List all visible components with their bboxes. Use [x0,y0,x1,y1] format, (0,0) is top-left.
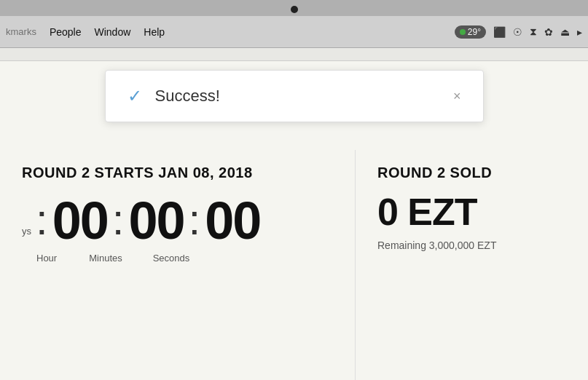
display-icon: ⬛ [493,26,506,38]
bluetooth-icon: ✿ [544,26,553,38]
success-message: Success! [155,87,220,106]
hour-label: Hour [36,253,73,264]
time-icon: ⧗ [530,25,537,38]
minutes-label: Minutes [73,253,138,264]
temp-dot [460,29,466,35]
sold-label: ROUND 2 SOLD [377,165,566,181]
seconds-display: 00 [205,194,260,247]
minutes-display: 00 [128,194,184,247]
page-content: ROUND 2 starts JAN 08, 2018 ys : 00 : 00… [0,150,588,380]
left-section: ROUND 2 starts JAN 08, 2018 ys : 00 : 00… [0,150,355,380]
sold-amount: 0 EZT [377,190,566,234]
temperature-badge: 29° [455,25,486,39]
menubar: kmarks People Window Help 29° ⬛ ☉ ⧗ ✿ ⏏ … [0,16,588,48]
eject-icon: ⏏ [560,26,570,38]
remaining-text: Remaining 3,000,000 EZT [377,240,566,251]
volume-icon: ▸ [577,26,582,38]
wifi-icon: ☉ [513,26,522,38]
days-prefix: ys [22,226,31,247]
menubar-left: kmarks People Window Help [6,26,455,38]
camera-dot [291,6,298,13]
webpage: ✓ Success! × ROUND 2 starts JAN 08, 2018… [0,48,588,380]
check-icon: ✓ [128,87,142,105]
close-icon[interactable]: × [453,90,461,103]
colon-2: : [112,196,125,247]
success-notification: ✓ Success! × [105,70,484,122]
menubar-right: 29° ⬛ ☉ ⧗ ✿ ⏏ ▸ [455,25,582,39]
countdown-labels: Hour Minutes Seconds [44,253,333,264]
round-start-label: ROUND 2 starts JAN 08, 2018 [22,165,333,181]
notification-content: ✓ Success! [128,87,220,106]
menu-people[interactable]: People [50,26,82,38]
menu-help[interactable]: Help [144,26,165,38]
colon-1: : [36,196,48,247]
menu-window[interactable]: Window [94,26,130,38]
right-section: ROUND 2 SOLD 0 EZT Remaining 3,000,000 E… [355,150,588,380]
countdown-timer: ys : 00 : 00 : 00 [22,194,333,247]
menu-bookmarks[interactable]: kmarks [6,26,36,37]
seconds-label: Seconds [138,253,204,264]
page-top-strip [0,48,588,61]
temperature-value: 29° [468,27,481,37]
colon-3: : [189,196,201,247]
hours-display: 00 [52,194,108,247]
